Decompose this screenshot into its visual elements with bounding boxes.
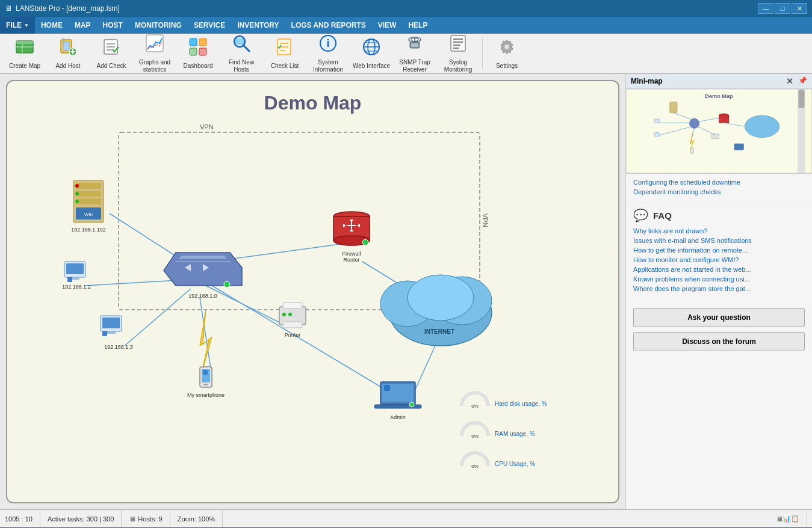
faq-link-3[interactable]: How to get the information on remote... — [633, 247, 805, 254]
help-section: Configuring the scheduled downtime Depen… — [626, 174, 812, 203]
syslog-icon — [448, 34, 468, 58]
right-panel: Mini-map ✕ 📌 Demo Map — [625, 74, 812, 509]
svg-rect-72 — [66, 263, 84, 274]
help-link-scheduled[interactable]: Configuring the scheduled downtime — [633, 179, 805, 186]
ask-question-button[interactable]: Ask your question — [633, 308, 805, 327]
svg-line-20 — [243, 45, 249, 51]
vpn-label: VPN — [200, 123, 214, 130]
status-icon-3: 📋 — [791, 515, 799, 523]
faq-link-7[interactable]: Where does the program store the gat... — [633, 285, 805, 292]
svg-rect-1 — [16, 41, 33, 44]
file-arrow-icon: ▼ — [24, 23, 29, 28]
web-interface-button[interactable]: Web Interface — [350, 36, 392, 71]
menu-monitoring[interactable]: MONITORING — [129, 17, 188, 34]
help-link-dependent[interactable]: Dependent monitoring checks — [633, 188, 805, 195]
find-hosts-button[interactable]: Find New Hosts — [220, 36, 262, 71]
map-area[interactable]: Demo Map VPN VPN — [0, 74, 625, 509]
svg-text:Win: Win — [84, 212, 93, 217]
forum-button[interactable]: Discuss on the forum — [633, 332, 805, 351]
svg-point-70 — [224, 281, 230, 287]
menu-map[interactable]: MAP — [69, 17, 97, 34]
checklist-button[interactable]: Check List — [264, 36, 306, 71]
svg-rect-78 — [102, 331, 107, 336]
faq-link-1[interactable]: Why links are not drawn? — [633, 227, 805, 235]
mini-map-canvas[interactable]: Demo Map — [626, 89, 812, 173]
settings-button[interactable]: Settings — [486, 36, 528, 71]
menu-logs[interactable]: LOGS AND REPORTS — [285, 17, 372, 34]
menu-inventory[interactable]: INVENTORY — [231, 17, 285, 34]
menu-help[interactable]: HELP — [402, 17, 433, 34]
cpu-value: 0% — [471, 464, 479, 469]
coords-value: 1005 : 10 — [5, 515, 33, 523]
svg-rect-94 — [283, 302, 302, 309]
add-check-icon — [102, 37, 121, 61]
close-button[interactable]: ✕ — [792, 3, 807, 14]
create-map-icon — [15, 37, 34, 61]
menu-host[interactable]: HOST — [97, 17, 129, 34]
svg-rect-57 — [76, 183, 101, 189]
menu-view[interactable]: VIEW — [372, 17, 403, 34]
dashboard-icon — [188, 37, 208, 61]
faq-link-4[interactable]: How to monitor and configure WMI? — [633, 256, 805, 263]
cpu-label: CPU Usage, % — [495, 461, 535, 467]
faq-link-2[interactable]: Issues with e-mail and SMS notifications — [633, 237, 805, 244]
pc1-label: 192.168.1.2 — [62, 284, 91, 290]
svg-rect-59 — [76, 198, 101, 204]
coords-status: 1005 : 10 — [5, 510, 40, 527]
menu-file[interactable]: FILE ▼ — [0, 17, 35, 34]
find-hosts-icon — [232, 34, 251, 58]
add-host-button[interactable]: Add Host — [47, 36, 89, 71]
minimize-button[interactable]: — — [758, 3, 773, 14]
faq-link-6[interactable]: Known problems when connecting usi... — [633, 275, 805, 283]
mini-map-pin[interactable]: 📌 — [798, 76, 807, 86]
svg-rect-109 — [670, 102, 677, 112]
svg-point-115 — [745, 115, 779, 138]
add-check-button[interactable]: Add Check — [90, 36, 132, 71]
hdd-label: Hard disk usage, % — [495, 401, 547, 407]
svg-rect-119 — [734, 144, 743, 150]
system-info-button[interactable]: i System Information — [307, 36, 349, 71]
system-info-label: System Information — [309, 59, 347, 73]
svg-rect-38 — [451, 35, 465, 51]
maximize-button[interactable]: □ — [775, 3, 790, 14]
faq-section: 💬 FAQ Why links are not drawn? Issues wi… — [626, 203, 812, 299]
menu-home[interactable]: HOME — [35, 17, 69, 34]
map-svg: VPN VPN — [7, 81, 618, 502]
svg-rect-107 — [633, 90, 805, 173]
svg-rect-76 — [102, 318, 120, 328]
svg-rect-58 — [76, 191, 101, 197]
active-tasks-value: Active tasks: 300 | 300 — [48, 515, 114, 523]
snmp-trap-button[interactable]: SNMP Trap Receiver — [394, 36, 436, 71]
mini-map-close[interactable]: ✕ — [784, 76, 796, 86]
dashboard-button[interactable]: Dashboard — [177, 36, 219, 71]
mini-map-title: Mini-map — [631, 77, 663, 85]
svg-marker-67 — [179, 256, 227, 259]
checklist-label: Check List — [271, 63, 299, 70]
svg-point-61 — [75, 192, 79, 195]
svg-rect-21 — [235, 38, 244, 45]
snmp-trap-label: SNMP Trap Receiver — [395, 59, 434, 73]
settings-icon — [497, 37, 516, 61]
svg-rect-34 — [411, 43, 418, 47]
firewall-label2: Router — [343, 257, 359, 263]
zoom-status: Zoom: 100% — [170, 510, 223, 527]
faq-icon: 💬 — [633, 208, 648, 223]
internet-label: INTERNET — [424, 328, 454, 335]
menu-bar: FILE ▼ HOME MAP HOST MONITORING SERVICE … — [0, 17, 812, 34]
svg-point-92 — [408, 275, 474, 321]
menu-service[interactable]: SERVICE — [188, 17, 231, 34]
graphs-label: Graphs and statistics — [135, 59, 174, 73]
svg-line-52 — [212, 286, 392, 394]
main-area: Demo Map VPN VPN — [0, 74, 812, 509]
add-host-label: Add Host — [55, 63, 80, 70]
syslog-label: Syslog Monitoring — [439, 59, 477, 73]
map-canvas[interactable]: Demo Map VPN VPN — [6, 80, 619, 503]
svg-rect-5 — [63, 42, 69, 51]
toolbar: Create Map Add Host Add Check Graphs and… — [0, 34, 812, 74]
window-title: LANState Pro - [demo_map.lsm] — [16, 4, 120, 13]
faq-link-5[interactable]: Applications are not started in the web.… — [633, 266, 805, 273]
syslog-button[interactable]: Syslog Monitoring — [437, 36, 479, 71]
toolbar-separator — [482, 38, 483, 69]
graphs-button[interactable]: Graphs and statistics — [134, 36, 176, 71]
create-map-button[interactable]: Create Map — [4, 36, 46, 71]
